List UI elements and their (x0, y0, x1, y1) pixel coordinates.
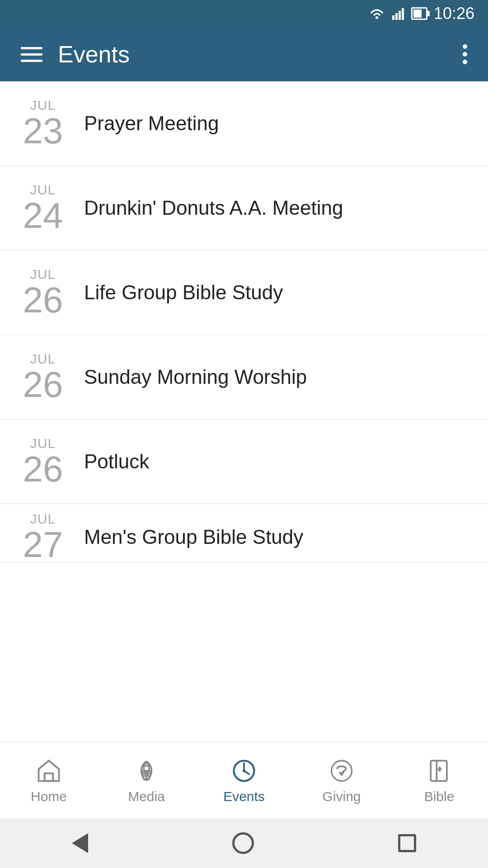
media-label: Media (128, 789, 165, 804)
events-label: Events (223, 789, 265, 804)
status-icons: 10:26 (368, 4, 474, 23)
event-date: JUL 23 (18, 98, 68, 149)
svg-point-0 (375, 16, 378, 19)
page-title: Events (58, 41, 458, 68)
svg-rect-2 (395, 13, 398, 20)
home-icon (34, 756, 63, 785)
bible-label: Bible (424, 789, 455, 804)
event-name: Sunday Morning Worship (84, 366, 307, 388)
home-label: Home (31, 789, 67, 804)
event-date: JUL 26 (18, 267, 68, 318)
battery-icon (411, 7, 427, 20)
home-system-icon (232, 832, 254, 854)
event-list-item[interactable]: JUL 26 Life Group Bible Study (0, 250, 488, 335)
app-bar: Events (0, 27, 488, 81)
nav-item-giving[interactable]: Giving (293, 742, 390, 818)
home-button[interactable] (232, 832, 254, 854)
menu-button[interactable] (16, 42, 47, 66)
event-name: Men's Group Bible Study (84, 526, 303, 548)
nav-item-media[interactable]: Media (98, 742, 195, 818)
bottom-nav: Home Media (0, 741, 488, 818)
event-day: 26 (23, 451, 63, 487)
system-nav-bar (0, 818, 488, 868)
event-day: 26 (23, 367, 63, 403)
event-name: Prayer Meeting (84, 112, 219, 135)
nav-item-events[interactable]: Events (195, 742, 293, 818)
nav-item-home[interactable]: Home (0, 742, 98, 818)
event-day: 24 (23, 198, 63, 234)
event-date: JUL 27 (18, 511, 68, 563)
svg-rect-3 (399, 11, 401, 20)
back-icon (72, 833, 88, 853)
event-name: Life Group Bible Study (84, 281, 283, 304)
svg-point-16 (243, 769, 245, 772)
event-list-item[interactable]: JUL 23 Prayer Meeting (0, 81, 488, 166)
media-icon (132, 756, 161, 785)
more-options-button[interactable] (458, 40, 472, 69)
back-button[interactable] (72, 833, 88, 853)
event-name: Potluck (84, 450, 149, 473)
event-date: JUL 26 (18, 351, 68, 403)
event-list: JUL 23 Prayer Meeting JUL 24 Drunkin' Do… (0, 81, 488, 741)
event-day: 26 (23, 282, 63, 318)
bible-icon (425, 756, 454, 785)
svg-rect-1 (392, 15, 394, 20)
wifi-icon (368, 7, 386, 20)
event-list-item[interactable]: JUL 26 Potluck (0, 420, 488, 504)
recents-button[interactable] (398, 834, 416, 852)
status-bar: 10:26 (0, 0, 488, 27)
event-list-item[interactable]: JUL 26 Sunday Morning Worship (0, 335, 488, 420)
event-day: 23 (23, 113, 63, 149)
event-day: 27 (23, 527, 63, 563)
svg-rect-5 (45, 773, 53, 781)
signal-icon (392, 7, 405, 20)
event-date: JUL 24 (18, 182, 68, 234)
event-name: Drunkin' Donuts A.A. Meeting (84, 197, 343, 219)
svg-point-17 (332, 760, 352, 781)
giving-label: Giving (322, 789, 361, 804)
event-list-item[interactable]: JUL 27 Men's Group Bible Study (0, 504, 488, 563)
events-clock-icon (230, 756, 258, 785)
status-time: 10:26 (434, 4, 474, 23)
nav-item-bible[interactable]: Bible (390, 742, 488, 818)
event-date: JUL 26 (18, 436, 68, 487)
recents-icon (398, 834, 416, 852)
svg-rect-4 (402, 8, 404, 20)
event-list-item[interactable]: JUL 24 Drunkin' Donuts A.A. Meeting (0, 166, 488, 250)
giving-icon (327, 756, 356, 785)
